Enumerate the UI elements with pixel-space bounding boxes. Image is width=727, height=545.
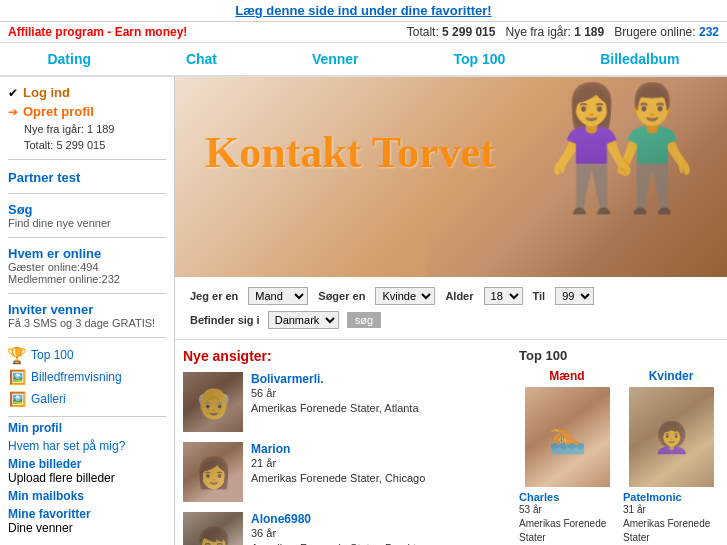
inviter-subtitle: Få 3 SMS og 3 dage GRATIS! bbox=[8, 317, 166, 329]
mine-favoritter-subtitle: Dine venner bbox=[8, 521, 166, 535]
maend-location: Amerikas Forenede Stater bbox=[519, 517, 615, 545]
stats-online-label: Brugere online: bbox=[614, 25, 695, 39]
top100-columns: Mænd 🏊 Charles 53 år Amerikas Forenede S… bbox=[519, 369, 719, 545]
top-banner[interactable]: Læg denne side ind under dine favoritter… bbox=[0, 0, 727, 22]
nav-chat[interactable]: Chat bbox=[178, 49, 225, 69]
person-avatar-1: 👴 bbox=[183, 372, 243, 432]
top100-kvinder-col: Kvinder 👩‍🦱 Patelmonic 31 år Amerikas Fo… bbox=[623, 369, 719, 545]
arrow-icon: ➔ bbox=[8, 105, 18, 119]
log-ind-row: ✔ Log ind bbox=[8, 85, 166, 100]
mine-favoritter-link[interactable]: Mine favoritter bbox=[8, 507, 91, 521]
inviter-section: Inviter venner Få 3 SMS og 3 dage GRATIS… bbox=[8, 302, 166, 338]
jeg-er-en-select[interactable]: Mand Kvinde bbox=[248, 287, 308, 305]
soger-en-select[interactable]: Kvinde Mand bbox=[375, 287, 435, 305]
stats-new-value: 1 189 bbox=[574, 25, 604, 39]
person-photo-3: 👦 bbox=[183, 512, 243, 545]
mine-favoritter-row: Mine favoritter Dine venner bbox=[8, 507, 166, 535]
person-avatar-3: 👦 bbox=[183, 512, 243, 545]
hvem-set-link[interactable]: Hvem har set på mig? bbox=[8, 439, 125, 453]
sog-section: Søg Find dine nye venner bbox=[8, 202, 166, 238]
check-icon: ✔ bbox=[8, 86, 18, 100]
hero-section: Kontakt Torvet 👫 bbox=[175, 77, 727, 277]
search-row-1: Jeg er en Mand Kvinde Søger en Kvinde Ma… bbox=[190, 287, 712, 305]
top-banner-text: Læg denne side ind under dine favoritter… bbox=[235, 3, 491, 18]
person-location-1: Amerikas Forenede Stater, Atlanta bbox=[251, 401, 419, 416]
stats-new-label: Nye fra igår: bbox=[505, 25, 570, 39]
nav-billedalbum[interactable]: Billedalbum bbox=[592, 49, 687, 69]
land-select[interactable]: Danmark Sverige Norge bbox=[268, 311, 339, 329]
person-location-3: Amerikas Forenede Stater, Brockton bbox=[251, 541, 428, 545]
opret-profil-link[interactable]: Opret profil bbox=[23, 104, 94, 119]
min-mailboks-link[interactable]: Min mailboks bbox=[8, 489, 84, 503]
min-profil-row: Min profil bbox=[8, 421, 166, 435]
person-name-1[interactable]: Bolivarmerli. bbox=[251, 372, 324, 386]
min-profil-link[interactable]: Min profil bbox=[8, 421, 62, 435]
main-content: Kontakt Torvet 👫 Jeg er en Mand Kvinde S… bbox=[175, 77, 727, 545]
person-age-3: 36 år bbox=[251, 526, 428, 541]
person-age-2: 21 år bbox=[251, 456, 425, 471]
partner-test-link[interactable]: Partner test bbox=[8, 170, 166, 185]
nav-dating[interactable]: Dating bbox=[39, 49, 99, 69]
kvinder-label: Kvinder bbox=[623, 369, 719, 383]
stats-bar: Totalt: 5 299 015 Nye fra igår: 1 189 Br… bbox=[407, 25, 719, 39]
person-info-1: Bolivarmerli. 56 år Amerikas Forenede St… bbox=[251, 372, 419, 417]
person-card-3: 👦 Alone6980 36 år Amerikas Forenede Stat… bbox=[183, 512, 509, 545]
top100-title: Top 100 bbox=[519, 348, 719, 363]
sidebar-billedfremvisning-link[interactable]: Billedfremvisning bbox=[31, 370, 122, 384]
person-name-3[interactable]: Alone6980 bbox=[251, 512, 311, 526]
kvinder-photo[interactable]: 👩‍🦱 bbox=[629, 387, 714, 487]
hvem-online-section: Hvem er online Gæster online:494 Medlemm… bbox=[8, 246, 166, 294]
person-location-2: Amerikas Forenede Stater, Chicago bbox=[251, 471, 425, 486]
sog-link[interactable]: Søg bbox=[8, 202, 166, 217]
sidebar-billedfremvisning-row: 🖼️ Billedfremvisning bbox=[8, 368, 166, 386]
sidebar-galleri-link[interactable]: Galleri bbox=[31, 392, 66, 406]
alder-from-select[interactable]: 181920 bbox=[484, 287, 523, 305]
partner-test-section: Partner test bbox=[8, 170, 166, 194]
kvinder-age: 31 år bbox=[623, 503, 719, 517]
top100-section: Top 100 Mænd 🏊 Charles 53 år Amerikas Fo… bbox=[519, 348, 719, 545]
sidebar: ✔ Log ind ➔ Opret profil Nye fra igår: 1… bbox=[0, 77, 175, 545]
totalt-stat: Totalt: 5 299 015 bbox=[24, 139, 166, 151]
nye-ansigter-section: Nye ansigter: 👴 Bolivarmerli. 56 år Amer… bbox=[183, 348, 509, 545]
soger-en-label: Søger en bbox=[318, 290, 365, 302]
person-name-2[interactable]: Marion bbox=[251, 442, 290, 456]
nav-top100[interactable]: Top 100 bbox=[445, 49, 513, 69]
billedfremvisning-icon: 🖼️ bbox=[8, 368, 26, 386]
maend-photo[interactable]: 🏊 bbox=[525, 387, 610, 487]
maend-avatar: 🏊 bbox=[525, 387, 610, 487]
main-nav: Dating Chat Venner Top 100 Billedalbum bbox=[0, 43, 727, 77]
nye-ansigter-title: Nye ansigter: bbox=[183, 348, 509, 364]
kvinder-location: Amerikas Forenede Stater bbox=[623, 517, 719, 545]
person-avatar-2: 👩 bbox=[183, 442, 243, 502]
hvem-set-row: Hvem har set på mig? bbox=[8, 439, 166, 453]
mine-billeder-link[interactable]: Mine billeder bbox=[8, 457, 81, 471]
stats-total-label: Totalt: bbox=[407, 25, 439, 39]
log-ind-link[interactable]: Log ind bbox=[23, 85, 70, 100]
stats-total-value: 5 299 015 bbox=[442, 25, 495, 39]
affiliate-link[interactable]: Affiliate program - Earn money! bbox=[8, 25, 187, 39]
login-section: ✔ Log ind ➔ Opret profil Nye fra igår: 1… bbox=[8, 85, 166, 160]
nav-venner[interactable]: Venner bbox=[304, 49, 367, 69]
person-card-2: 👩 Marion 21 år Amerikas Forenede Stater,… bbox=[183, 442, 509, 502]
jeg-er-en-label: Jeg er en bbox=[190, 290, 238, 302]
alder-label: Alder bbox=[445, 290, 473, 302]
alder-to-select[interactable]: 999080 bbox=[555, 287, 594, 305]
nye-stat: Nye fra igår: 1 189 bbox=[24, 123, 166, 135]
gaester-count: Gæster online:494 bbox=[8, 261, 166, 273]
page-wrapper: ✔ Log ind ➔ Opret profil Nye fra igår: 1… bbox=[0, 77, 727, 545]
galleri-icon: 🖼️ bbox=[8, 390, 26, 408]
inviter-link[interactable]: Inviter venner bbox=[8, 302, 166, 317]
content-area: Nye ansigter: 👴 Bolivarmerli. 56 år Amer… bbox=[175, 340, 727, 545]
maend-age: 53 år bbox=[519, 503, 615, 517]
sidebar-top100-link[interactable]: Top 100 bbox=[31, 348, 74, 362]
maend-label: Mænd bbox=[519, 369, 615, 383]
mine-billeder-row: Mine billeder Upload flere billeder bbox=[8, 457, 166, 485]
sog-button[interactable]: søg bbox=[347, 312, 381, 328]
til-label: Til bbox=[533, 290, 546, 302]
affiliate-bar: Affiliate program - Earn money! Totalt: … bbox=[0, 22, 727, 43]
maend-name[interactable]: Charles bbox=[519, 491, 615, 503]
kvinder-name[interactable]: Patelmonic bbox=[623, 491, 719, 503]
befinder-label: Befinder sig i bbox=[190, 314, 260, 326]
hvem-online-link[interactable]: Hvem er online bbox=[8, 246, 166, 261]
medlemmer-count: Medlemmer online:232 bbox=[8, 273, 166, 285]
